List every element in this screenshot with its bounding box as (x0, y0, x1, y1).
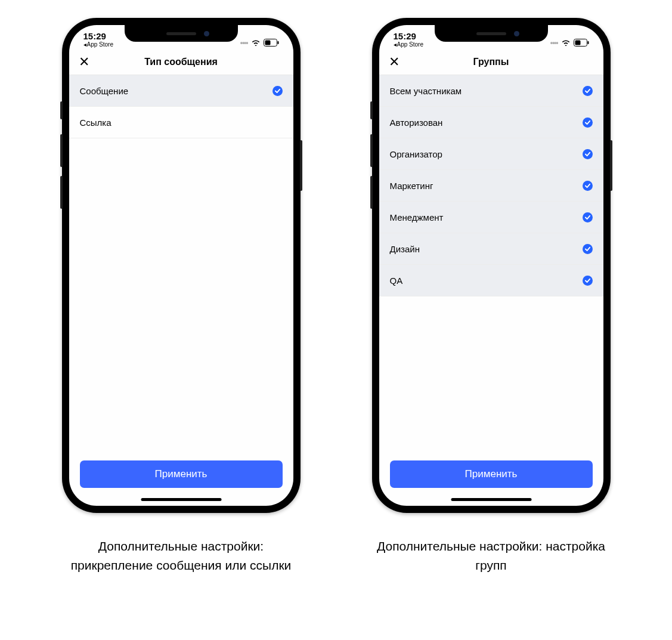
list-item-label: Менеджмент (390, 212, 444, 222)
phone-column-2: 15:29 ◂ App Store •••• ✕ (372, 18, 611, 640)
cellular-dots-icon: •••• (240, 39, 248, 47)
check-icon (583, 276, 593, 286)
phone-screen: 15:29 ◂ App Store •••• ✕ (379, 25, 603, 506)
list-item[interactable]: Дизайн (379, 233, 603, 265)
nav-title: Группы (473, 57, 509, 67)
list-item-label: Всем участникам (390, 86, 462, 96)
cellular-dots-icon: •••• (550, 39, 558, 47)
list-item-label: Сообщение (80, 86, 129, 96)
notch-camera (204, 31, 209, 36)
status-time: 15:29 (394, 32, 416, 41)
nav-header: ✕ Тип сообщения (69, 49, 293, 75)
svg-rect-2 (277, 41, 278, 44)
notch-speaker (166, 32, 196, 35)
list-item[interactable]: Менеджмент (379, 202, 603, 233)
check-icon (272, 86, 283, 96)
home-indicator[interactable] (451, 498, 531, 501)
nav-header: ✕ Группы (379, 49, 603, 75)
svg-rect-4 (575, 41, 580, 45)
phone-frame: 15:29 ◂ App Store •••• ✕ (372, 18, 611, 513)
notch-camera (514, 31, 519, 36)
battery-icon (264, 39, 279, 47)
check-icon (583, 86, 593, 96)
check-icon (583, 244, 593, 254)
phone-column-1: 15:29 ◂ App Store •••• ✕ (62, 18, 301, 640)
apply-button[interactable]: Применить (80, 460, 283, 488)
list-item-label: Организатор (390, 149, 442, 159)
list-item[interactable]: Всем участникам (379, 75, 603, 107)
list-item[interactable]: Ссылка (69, 107, 293, 138)
list-item[interactable]: Организатор (379, 138, 603, 170)
status-left: 15:29 ◂ App Store (394, 32, 423, 48)
nav-title: Тип сообщения (144, 57, 218, 67)
notch-speaker (476, 32, 506, 35)
list-item[interactable]: Авторизован (379, 107, 603, 138)
phone-side-button (370, 176, 373, 209)
wifi-icon (561, 38, 571, 48)
list-item-label: Авторизован (390, 118, 443, 128)
back-caret-icon: ◂ (83, 41, 86, 48)
list-item[interactable]: QA (379, 265, 603, 296)
check-icon (583, 212, 593, 222)
status-left: 15:29 ◂ App Store (83, 32, 113, 48)
list-area: СообщениеСсылка (69, 75, 293, 452)
close-icon[interactable]: ✕ (79, 55, 89, 69)
list-item[interactable]: Маркетинг (379, 170, 603, 202)
phone-side-button (60, 176, 63, 209)
phone-side-button (60, 134, 63, 167)
caption: Дополнительные настройки: прикрепление с… (62, 537, 301, 574)
list-item-label: QA (390, 276, 403, 286)
list-item-label: Ссылка (80, 118, 112, 128)
status-back-label: App Store (87, 41, 113, 48)
svg-rect-5 (587, 41, 589, 44)
svg-rect-1 (265, 41, 270, 45)
phone-notch (125, 25, 238, 42)
close-icon[interactable]: ✕ (389, 55, 400, 69)
list-area: Всем участникамАвторизованОрганизаторМар… (379, 75, 603, 452)
status-back-link[interactable]: ◂ App Store (394, 41, 423, 48)
phone-notch (435, 25, 548, 42)
phone-side-button (610, 140, 612, 191)
phone-side-button (370, 101, 373, 119)
home-indicator[interactable] (141, 498, 221, 501)
phone-screen: 15:29 ◂ App Store •••• ✕ (69, 25, 293, 506)
phone-side-button (370, 134, 373, 167)
check-icon (583, 181, 593, 191)
wifi-icon (251, 38, 261, 48)
status-right: •••• (240, 38, 279, 48)
status-time: 15:29 (83, 32, 106, 41)
list-item-label: Маркетинг (390, 181, 433, 191)
phone-frame: 15:29 ◂ App Store •••• ✕ (62, 18, 301, 513)
status-right: •••• (550, 38, 589, 48)
list-item-label: Дизайн (390, 244, 420, 254)
battery-icon (574, 39, 589, 47)
back-caret-icon: ◂ (394, 41, 397, 48)
caption: Дополнительные настройки: настройка груп… (372, 537, 611, 574)
status-back-link[interactable]: ◂ App Store (83, 41, 113, 48)
check-icon (583, 149, 593, 159)
check-icon (583, 118, 593, 128)
phone-side-button (60, 101, 63, 119)
phone-side-button (300, 140, 302, 191)
apply-button[interactable]: Применить (390, 460, 593, 488)
status-back-label: App Store (397, 41, 423, 48)
list-item[interactable]: Сообщение (69, 75, 293, 107)
